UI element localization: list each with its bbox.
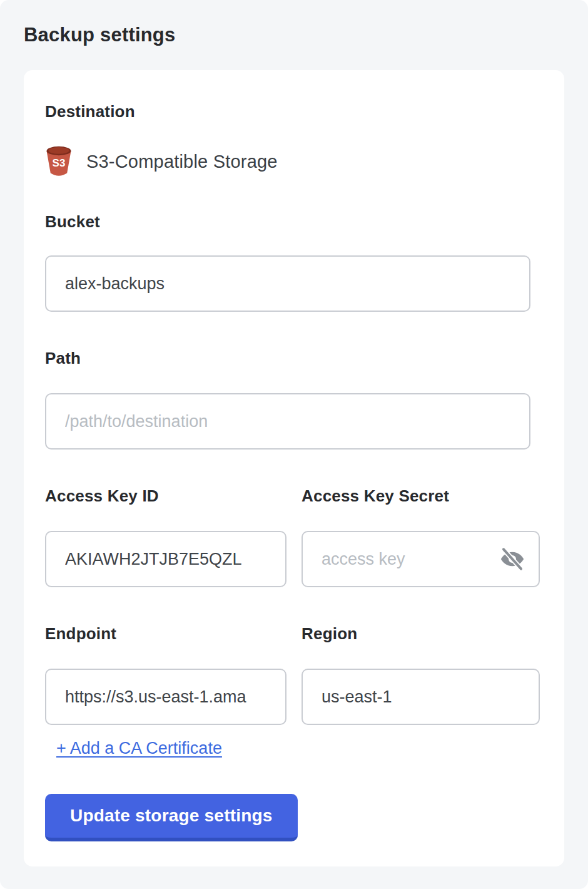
access-key-id-field: Access Key ID xyxy=(45,487,286,587)
access-key-secret-field: Access Key Secret xyxy=(302,487,540,587)
endpoint-region-row: Endpoint Region xyxy=(45,625,540,725)
access-key-id-label: Access Key ID xyxy=(45,487,286,505)
s3-bucket-icon: S3 xyxy=(45,145,73,178)
page-title: Backup settings xyxy=(24,23,564,48)
access-keys-row: Access Key ID Access Key Secret xyxy=(45,487,540,587)
endpoint-field: Endpoint xyxy=(45,625,286,725)
bucket-input[interactable] xyxy=(45,255,530,312)
bucket-section: Bucket xyxy=(45,213,540,312)
endpoint-label: Endpoint xyxy=(45,625,286,642)
destination-section: Destination S3 S3-Compatible Storage xyxy=(45,103,540,178)
bucket-label: Bucket xyxy=(45,213,540,230)
destination-value: S3-Compatible Storage xyxy=(86,152,278,172)
destination-value-row: S3 S3-Compatible Storage xyxy=(45,145,540,178)
svg-text:S3: S3 xyxy=(53,157,66,169)
access-key-id-input[interactable] xyxy=(45,531,286,587)
region-field: Region xyxy=(302,625,540,725)
eye-off-icon[interactable] xyxy=(500,547,525,572)
region-label: Region xyxy=(302,625,540,642)
access-key-secret-input-wrap xyxy=(302,531,540,587)
backup-settings-card: Destination S3 S3-Compatible Storage Buc… xyxy=(24,70,564,866)
access-key-secret-label: Access Key Secret xyxy=(302,487,540,505)
region-input[interactable] xyxy=(302,669,540,725)
endpoint-input[interactable] xyxy=(45,669,286,725)
path-label: Path xyxy=(45,349,540,367)
backup-settings-panel: Backup settings Destination S3 S3-Compat… xyxy=(0,0,588,889)
path-section: Path xyxy=(45,349,540,450)
add-ca-certificate-link[interactable]: + Add a CA Certificate xyxy=(56,739,222,758)
destination-label: Destination xyxy=(45,103,540,120)
update-storage-settings-button[interactable]: Update storage settings xyxy=(45,794,298,841)
path-input[interactable] xyxy=(45,393,530,450)
